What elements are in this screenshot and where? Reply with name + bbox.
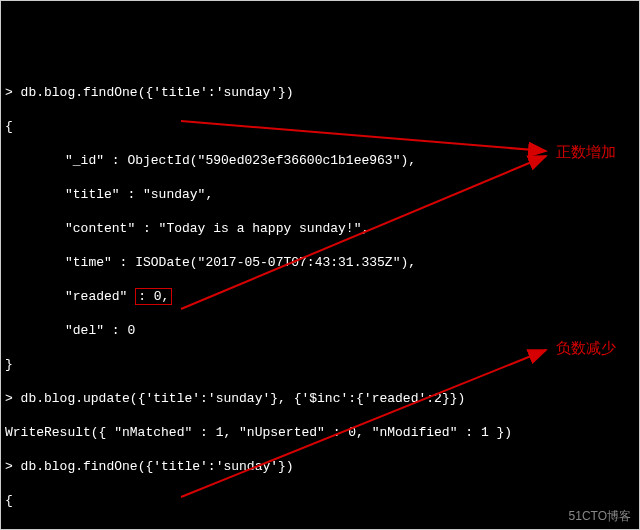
- write-result-2: WriteResult({ "nMatched" : 1, "nUpserted…: [5, 424, 635, 441]
- prompt: >: [5, 459, 21, 474]
- cmd-update-2: db.blog.update({'title':'sunday'}, {'$in…: [21, 391, 466, 406]
- brace-open: {: [5, 492, 635, 509]
- title-line-1: "title" : "sunday",: [5, 186, 635, 203]
- id-line-2: "_id" : ObjectId("590ed023ef36600c1b1ee9…: [5, 526, 635, 530]
- watermark: 51CTO博客: [569, 508, 631, 525]
- annotation-decrement: 负数减少: [556, 339, 616, 358]
- prompt: >: [5, 85, 21, 100]
- cmd-find-1: db.blog.findOne({'title':'sunday'}): [21, 85, 294, 100]
- readed-box-1: : 0,: [135, 288, 172, 305]
- del-line-1: "del" : 0: [5, 322, 635, 339]
- brace-open: {: [5, 118, 635, 135]
- readed-label-1: "readed": [65, 289, 135, 304]
- prompt: >: [5, 391, 21, 406]
- time-line-1: "time" : ISODate("2017-05-07T07:43:31.33…: [5, 254, 635, 271]
- cmd-find-2: db.blog.findOne({'title':'sunday'}): [21, 459, 294, 474]
- content-line-1: "content" : "Today is a happy sunday!",: [5, 220, 635, 237]
- id-line-1: "_id" : ObjectId("590ed023ef36600c1b1ee9…: [5, 152, 635, 169]
- annotation-increment: 正数增加: [556, 143, 616, 162]
- terminal-output: > db.blog.findOne({'title':'sunday'}) { …: [1, 61, 639, 530]
- brace-close: }: [5, 356, 635, 373]
